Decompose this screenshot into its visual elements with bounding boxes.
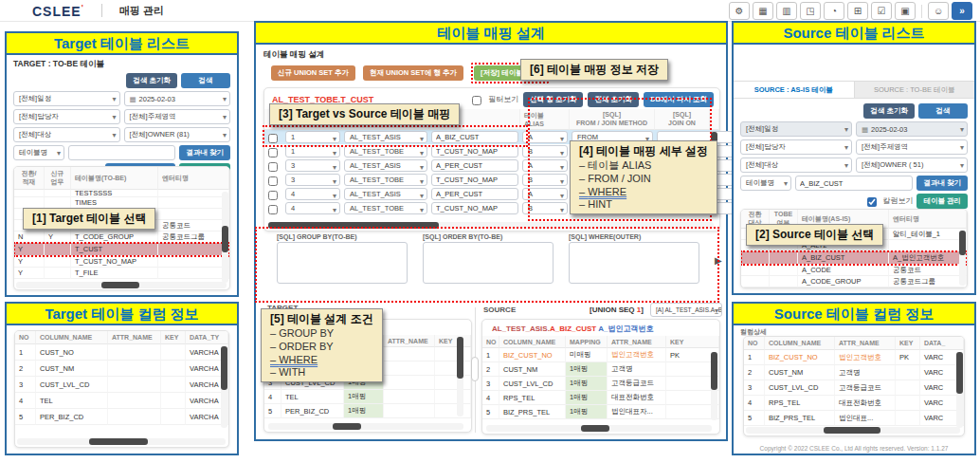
table-row[interactable]: 5BIZ_PRS_TEL법인대표...VARC <box>744 411 964 426</box>
table-row[interactable]: 1BIZ_CUST_NO법인고객번호PKVARC <box>744 350 964 365</box>
find-in-result-button[interactable]: 결과내 찾기 <box>179 145 230 160</box>
target-select[interactable]: [전체]대상 <box>13 127 120 142</box>
subject-area-select[interactable]: [전체]주제영역 <box>124 109 231 124</box>
table-row[interactable]: 3CUST_LVL_CD1매핑고객등급코드 <box>482 377 719 391</box>
source-owner-select[interactable]: AL_TEST_ASIS <box>344 159 427 172</box>
clipboard-icon[interactable]: ▣ <box>895 2 916 20</box>
horizontal-scrollbar[interactable] <box>746 427 960 434</box>
table-row[interactable]: 5BIZ_PRS_TEL1매핑법인대표자... <box>482 405 719 419</box>
settings-icon[interactable]: ⚙ <box>729 2 750 20</box>
table-row-selected[interactable]: YT_CUST <box>14 243 229 256</box>
search-reset-button[interactable]: 검색 초기화 <box>863 103 915 119</box>
target-select[interactable]: [전체]대상 <box>740 157 852 173</box>
table-row[interactable]: 5PER_BIZ_CD1매핑 <box>264 404 471 418</box>
subject-area-select[interactable]: [전체]주제영역 <box>856 139 968 155</box>
table-row[interactable]: 2CUST_NM고객명VARC <box>744 365 964 380</box>
table-row[interactable]: 1BIZ_CUST_NO미매핑법인고객번호PK <box>482 348 719 362</box>
union-seq-select[interactable]: [A] AL_TEST_ASIS.A_B <box>650 303 722 317</box>
exit-icon[interactable]: » <box>952 2 972 20</box>
manager-select[interactable]: [전체]담당자 <box>13 109 120 124</box>
scrollbar-thumb[interactable] <box>222 226 228 252</box>
document-icon[interactable]: ▥ <box>776 2 797 20</box>
source-owner-select[interactable]: AL_TEST_TOBE <box>344 145 427 157</box>
alias-select[interactable]: B <box>522 202 568 214</box>
splitter-handle[interactable] <box>471 357 479 381</box>
source-table-input[interactable] <box>431 131 518 143</box>
union-seq-select[interactable]: 3 <box>285 174 340 186</box>
union-seq-select[interactable]: 1 <box>285 145 340 157</box>
date-field[interactable]: ▦2025-02-03 <box>124 91 231 106</box>
table-row[interactable]: 2CUST_NMVARCHA <box>15 361 228 377</box>
alias-select[interactable]: A <box>522 131 568 143</box>
table-manage-button[interactable]: 테이블 관리 <box>916 194 968 209</box>
scrollbar-thumb[interactable] <box>711 352 717 390</box>
table-row[interactable]: 1CUST_NOVARCHA <box>15 344 228 361</box>
scrollbar-thumb[interactable] <box>824 427 880 434</box>
alias-select[interactable]: A <box>522 159 568 172</box>
row-checkbox[interactable] <box>268 191 278 200</box>
source-owner-select[interactable]: AL_TEST_ASIS <box>344 188 427 200</box>
source-owner-select[interactable]: AL_TEST_TOBE <box>344 174 427 186</box>
horizontal-scrollbar[interactable] <box>16 282 227 288</box>
row-checkbox[interactable] <box>268 205 278 214</box>
table-row[interactable]: A_CODE공통코드 <box>741 265 967 276</box>
vertical-scrollbar[interactable] <box>457 337 463 417</box>
requery-db-button[interactable]: DB에서 다시 조회 <box>644 92 714 107</box>
table-row[interactable]: 4TEL1매핑 <box>264 390 471 404</box>
table-row[interactable]: 3CUST_LVL_CDVARCHA <box>15 377 228 393</box>
source-owner-select[interactable]: AL_TEST_TOBE <box>344 202 427 214</box>
table-row[interactable]: TESTSSSS <box>14 190 229 197</box>
horizontal-scrollbar[interactable] <box>268 222 714 229</box>
mapping-grid-icon[interactable]: ▦ <box>753 2 773 20</box>
scrollbar-thumb[interactable] <box>101 282 139 288</box>
scrollbar-thumb[interactable] <box>221 346 227 390</box>
table-name-input[interactable] <box>795 176 913 191</box>
owner-select[interactable]: [전체]OWNER (81) <box>124 127 231 142</box>
table-row[interactable]: 5PER_BIZ_CDVARCHA <box>15 409 228 425</box>
table-name-input[interactable] <box>68 145 175 160</box>
table-row[interactable]: 2CUST_NM1매핑고객명 <box>482 362 719 377</box>
table-name-select[interactable]: 테이블명 <box>13 145 64 160</box>
table-row[interactable]: 3CUST_LVL_CD고객등급코드VARC <box>744 380 964 396</box>
source-table-input[interactable] <box>431 188 518 200</box>
schedule-select[interactable]: [전체]일정 <box>740 121 852 137</box>
table-row[interactable]: NYT_CODE_GROUP공통코드그룹 <box>14 232 229 243</box>
checklist-icon[interactable]: ☑ <box>871 2 892 20</box>
source-table-input[interactable] <box>431 145 518 157</box>
vertical-scrollbar[interactable] <box>711 352 717 420</box>
table-row[interactable]: YT_CUST_NO_MAP <box>14 256 229 268</box>
search-button[interactable]: 검색 <box>181 73 230 88</box>
vertical-scrollbar[interactable] <box>221 346 227 428</box>
filter-view-checkbox[interactable] <box>472 96 481 105</box>
row-checkbox[interactable] <box>268 134 278 143</box>
alias-select[interactable]: B <box>522 145 568 157</box>
search-reset-button[interactable]: 검색 초기화 <box>126 73 177 88</box>
find-in-result-button[interactable]: 결과내 찾기 <box>916 176 968 191</box>
union-seq-select[interactable]: 3 <box>285 159 340 172</box>
owner-select[interactable]: [전체]OWNER ( 51) <box>856 157 968 173</box>
scrollbar-thumb[interactable] <box>956 352 963 394</box>
source-owner-select[interactable]: AL_TEST_ASIS <box>344 131 427 143</box>
user-icon[interactable]: ☺ <box>928 2 949 20</box>
date-field[interactable]: ▦2025-02-03 <box>856 121 968 137</box>
expand-arrow-icon[interactable]: ▶ <box>715 255 722 266</box>
sql-where-textarea[interactable] <box>569 242 699 284</box>
union-seq-select[interactable]: 4 <box>285 202 340 214</box>
sql-group-by-textarea[interactable] <box>277 242 408 284</box>
source-table-input[interactable] <box>431 159 518 172</box>
reset-selected-rows-button[interactable]: 선택 행 초기화 <box>523 92 583 107</box>
horizontal-scrollbar[interactable] <box>17 438 226 445</box>
source-table-input[interactable] <box>431 202 518 214</box>
horizontal-scrollbar[interactable] <box>268 423 463 430</box>
table-row[interactable]: 4RPS_TEL대표전화번호VARC <box>744 396 964 411</box>
scrollbar-thumb[interactable] <box>959 231 966 255</box>
vertical-scrollbar[interactable] <box>956 352 963 428</box>
schedule-select[interactable]: [전체]일정 <box>13 91 120 106</box>
dashboard-gauge-icon[interactable]: ◔ <box>824 2 844 20</box>
layout-icon[interactable]: ⊞ <box>847 2 868 20</box>
table-row[interactable]: 4RPS_TEL1매핑대표전화번호 <box>482 391 719 405</box>
table-name-select[interactable]: 테이블명 <box>740 176 791 191</box>
scrollbar-thumb[interactable] <box>268 222 439 229</box>
scrollbar-thumb[interactable] <box>333 423 361 430</box>
union-seq-select[interactable]: 4 <box>285 188 340 200</box>
